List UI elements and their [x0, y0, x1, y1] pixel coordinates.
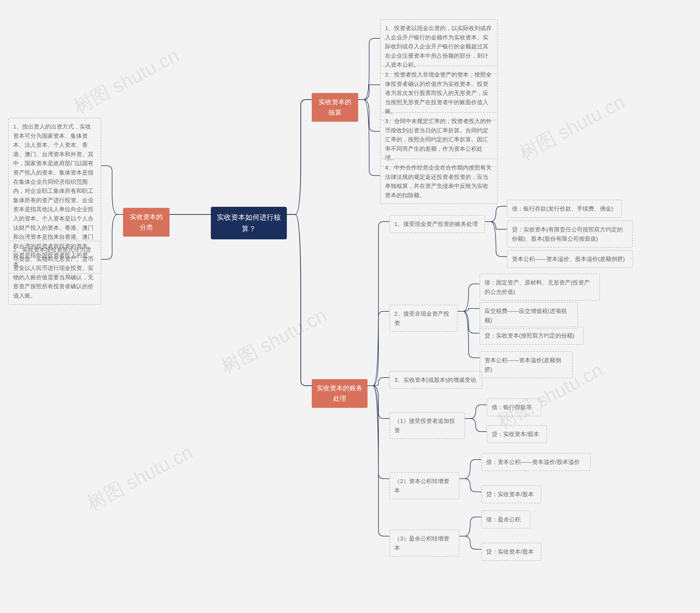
sub-noncash-credit: 贷：实收资本(按照双方约定的份额) [480, 327, 583, 345]
sub-capital-change: 3、实收资本(或股本)的增减变动 [389, 371, 483, 389]
sub-noncash-tax: 应交税费——应交增值税(进项税额) [480, 302, 578, 329]
branch-classification[interactable]: 实收资本的分类 [123, 208, 170, 237]
sub-surplus-reserve-transfer: （3）盈余公积转增资本 [389, 530, 459, 557]
sub-noncash-investment: 2、接受非现金资产投资 [389, 305, 458, 332]
sub-cash-investment: 1、接受现金资产投资的账务处理 [389, 215, 485, 233]
sub-reserve-debit: 借：资本公积——资本溢价/股本溢价 [481, 453, 591, 471]
sub-cash-surplus: 资本公积——资本溢价、股本溢价(差额倒挤) [507, 250, 633, 268]
sub-surplus-credit: 贷：实收资本/股本 [481, 543, 541, 561]
sub-additional-debit: 借：银行存款等 [487, 398, 541, 416]
leaf-classification-2: 2、实收资本按投资形式分为货币资金、实物和无形资产。货币资金以人民币进行现金投资… [8, 241, 101, 305]
watermark: 树图 shutu.cn [69, 43, 184, 120]
sub-noncash-surplus: 资本公积——资本溢价(差额倒挤) [480, 351, 572, 378]
sub-cash-credit: 贷：实收资本(有限责任公司按照双方约定的份额)、股本(股份有限公司按面值) [507, 221, 633, 248]
sub-additional-credit: 贷：实收资本/股本 [487, 425, 547, 443]
sub-capital-reserve-transfer: （2）资本公积转增资本 [389, 472, 459, 499]
root-node[interactable]: 实收资本如何进行核算？ [211, 207, 287, 239]
sub-additional-investment: （1）接受投资者追加投资 [389, 412, 465, 439]
watermark: 树图 shutu.cn [83, 439, 197, 517]
connector-lines [0, 0, 700, 613]
branch-entries[interactable]: 实收资本的账务处理 [312, 379, 368, 408]
watermark: 树图 shutu.cn [515, 89, 630, 166]
sub-surplus-debit: 借：盈余公积 [481, 510, 530, 529]
sub-noncash-debit: 借：固定资产、原材料、无形资产(投资产的公允价值) [480, 274, 600, 301]
branch-accounting[interactable]: 实收资本的核算 [312, 93, 358, 122]
leaf-accounting-4: 4、中外合作经营企业在合作期内按照有关法律法规的规定返还投资者投资的，应当单独核… [380, 159, 498, 204]
sub-reserve-credit: 贷：实收资本/股本 [481, 485, 541, 503]
sub-cash-debit: 借：银行存款(发行价款、手续费、佣金) [507, 200, 622, 218]
watermark: 树图 shutu.cn [217, 302, 331, 380]
